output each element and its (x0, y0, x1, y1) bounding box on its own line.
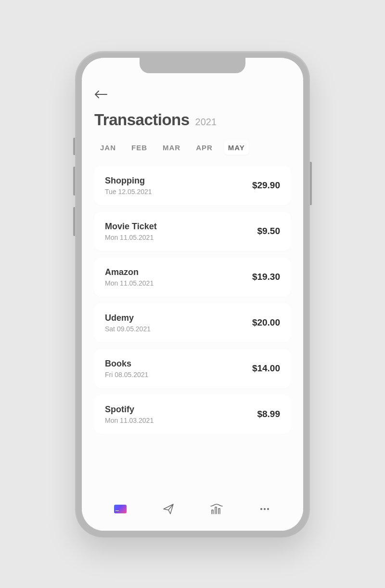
transaction-name: Amazon (105, 267, 154, 277)
transaction-row[interactable]: Movie TicketMon 11.05.2021$9.50 (94, 212, 291, 251)
transaction-row[interactable]: SpotifyMon 11.03.2021$8.99 (94, 395, 291, 434)
transaction-amount: $14.00 (252, 363, 280, 374)
nav-card[interactable] (112, 500, 129, 518)
notch (140, 58, 245, 73)
transaction-date: Sat 09.05.2021 (105, 325, 151, 333)
page-year: 2021 (195, 117, 217, 128)
arrow-left-icon (94, 90, 108, 99)
transaction-name: Shopping (105, 176, 152, 186)
month-tab-may[interactable]: MAY (224, 141, 249, 155)
more-dots-icon (260, 508, 269, 510)
month-tab-apr[interactable]: APR (192, 141, 217, 155)
transaction-amount: $29.90 (252, 180, 280, 191)
transaction-amount: $8.99 (257, 409, 280, 419)
nav-more[interactable] (256, 500, 273, 518)
month-tab-mar[interactable]: MAR (159, 141, 184, 155)
transaction-amount: $20.00 (252, 317, 280, 328)
month-tab-feb[interactable]: FEB (128, 141, 151, 155)
transaction-name: Spotify (105, 405, 154, 415)
nav-stats[interactable] (208, 500, 225, 518)
transaction-name: Udemy (105, 313, 151, 323)
back-button[interactable] (94, 87, 110, 102)
transaction-row[interactable]: ShoppingTue 12.05.2021$29.90 (94, 166, 291, 205)
transaction-date: Mon 11.05.2021 (105, 234, 157, 241)
screen: Transactions 2021 JANFEBMARAPRMAY Shoppi… (82, 58, 303, 531)
transaction-row[interactable]: AmazonMon 11.05.2021$19.30 (94, 258, 291, 297)
transaction-date: Tue 12.05.2021 (105, 188, 152, 196)
month-tabs: JANFEBMARAPRMAY (94, 141, 291, 155)
transaction-amount: $9.50 (257, 226, 280, 236)
transaction-date: Mon 11.03.2021 (105, 417, 154, 424)
nav-send[interactable] (160, 500, 177, 518)
page-title: Transactions (94, 111, 190, 129)
credit-card-icon (114, 505, 127, 513)
page-heading: Transactions 2021 (94, 111, 291, 129)
transaction-row[interactable]: BooksFri 08.05.2021$14.00 (94, 349, 291, 388)
transaction-name: Movie Ticket (105, 222, 157, 232)
transaction-amount: $19.30 (252, 272, 280, 282)
transaction-name: Books (105, 359, 148, 369)
transaction-row[interactable]: UdemySat 09.05.2021$20.00 (94, 303, 291, 342)
transaction-date: Mon 11.05.2021 (105, 279, 154, 287)
paper-plane-icon (163, 503, 174, 515)
bar-chart-icon (210, 503, 223, 515)
bottom-nav (82, 493, 303, 531)
month-tab-jan[interactable]: JAN (96, 141, 120, 155)
transaction-list: ShoppingTue 12.05.2021$29.90Movie Ticket… (94, 166, 291, 493)
transaction-date: Fri 08.05.2021 (105, 371, 148, 379)
phone-frame: Transactions 2021 JANFEBMARAPRMAY Shoppi… (75, 51, 310, 537)
